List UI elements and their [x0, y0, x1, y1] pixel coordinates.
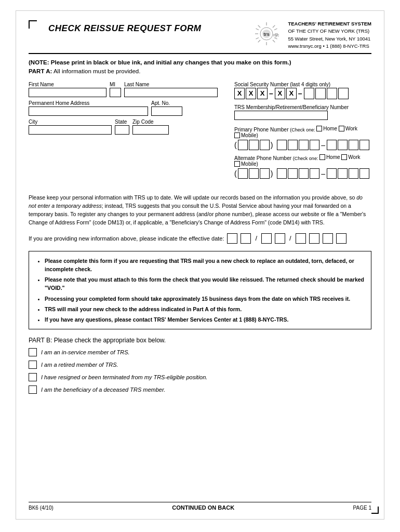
first-name-group: First Name: [29, 82, 106, 97]
date-m2[interactable]: [241, 233, 251, 244]
mobile-checkbox[interactable]: [234, 132, 240, 138]
alt-phone-display: ( ) –: [234, 168, 371, 179]
svg-text:trs: trs: [264, 32, 270, 37]
checkbox-3[interactable]: [29, 373, 37, 381]
ph2-n1[interactable]: [277, 168, 287, 179]
svg-line-13: [256, 38, 259, 39]
ph1-e4[interactable]: [359, 140, 369, 150]
ssn-x3: X: [257, 88, 268, 99]
ph1-a2[interactable]: [249, 140, 259, 150]
ph2-a1[interactable]: [238, 168, 248, 179]
first-name-label: First Name: [29, 82, 106, 87]
apt-input[interactable]: [151, 107, 182, 116]
svg-line-8: [273, 25, 275, 28]
ph1-a1[interactable]: [238, 140, 248, 150]
ph2-e3[interactable]: [349, 168, 358, 179]
state-group: State: [115, 119, 129, 135]
date-y4[interactable]: [336, 233, 346, 244]
header-divider: [29, 53, 371, 54]
org-address: 55 Water Street, New York, NY 10041: [288, 35, 371, 43]
org-name: TEACHERS' RETIREMENT SYSTEM: [288, 20, 371, 28]
ph1-a3[interactable]: [260, 140, 270, 150]
ph2-n3[interactable]: [299, 168, 309, 179]
zip-input[interactable]: [132, 125, 169, 135]
membership-label: TRS Membership/Retirement/Beneficiary Nu…: [234, 104, 349, 110]
address-group: Permanent Home Address: [29, 100, 148, 116]
state-label: State: [115, 119, 129, 125]
ph1-n1[interactable]: [277, 140, 287, 150]
header-left: CHECK REISSUE REQUEST FORM: [29, 20, 201, 34]
alt-home-checkbox[interactable]: [319, 154, 325, 160]
ph2-n4[interactable]: [310, 168, 319, 179]
membership-group: TRS Membership/Retirement/Beneficiary Nu…: [234, 103, 371, 122]
ph2-e1[interactable]: [327, 168, 337, 179]
ssn-d3[interactable]: [327, 88, 337, 99]
corner-bracket-icon: [29, 20, 38, 30]
primary-phone-label: Primary Phone Number (Check one: Home Wo…: [234, 126, 371, 139]
primary-phone-display: ( ) –: [234, 140, 371, 150]
home-checkbox[interactable]: [316, 126, 322, 131]
mi-label: MI: [110, 82, 121, 87]
mi-input[interactable]: [110, 88, 121, 97]
membership-input[interactable]: [234, 111, 328, 120]
header: CHECK REISSUE REQUEST FORM: [29, 20, 371, 50]
ph1-e1[interactable]: [327, 140, 337, 150]
date-d2[interactable]: [275, 233, 285, 244]
alt-work-checkbox[interactable]: [341, 154, 347, 160]
ph2-a3[interactable]: [260, 168, 270, 179]
last-name-label: Last Name: [124, 82, 218, 87]
mi-group: MI: [110, 82, 121, 97]
checkbox-2[interactable]: [29, 361, 37, 369]
ph2-e2[interactable]: [338, 168, 348, 179]
part-a-text: All information must be provided.: [54, 68, 140, 74]
date-y1[interactable]: [296, 233, 306, 244]
trs-logo: trs nyc: [250, 20, 283, 47]
ph1-n4[interactable]: [310, 140, 319, 150]
checkbox-1[interactable]: [29, 348, 37, 356]
mobile-label: Mobile): [241, 132, 258, 138]
city-input[interactable]: [29, 125, 112, 135]
bullet-item-5: If you have any questions, please contac…: [45, 315, 365, 324]
last-name-input[interactable]: [124, 88, 218, 97]
ssn-x2: X: [246, 88, 256, 99]
ph1-e2[interactable]: [338, 140, 348, 150]
date-y3[interactable]: [323, 233, 333, 244]
zip-group: Zip Code: [132, 119, 169, 135]
last-name-group: Last Name: [124, 82, 218, 97]
date-d1[interactable]: [261, 233, 272, 244]
city-row: City State Zip Code: [29, 119, 226, 135]
bullet-list: Please complete this form if you are req…: [35, 257, 365, 324]
ssn-d4[interactable]: [338, 88, 349, 99]
checkbox-4[interactable]: [29, 385, 37, 394]
address-input[interactable]: [29, 107, 148, 116]
ph2-n2[interactable]: [288, 168, 298, 179]
alt-phone-group: Alternate Phone Number (Check one: Home …: [234, 154, 371, 179]
alt-work-check: Work: [341, 154, 360, 160]
alt-mobile-check: Mobile): [234, 161, 258, 167]
work-check-option: Work: [339, 126, 357, 131]
state-input[interactable]: [115, 125, 129, 135]
work-checkbox[interactable]: [339, 126, 344, 131]
checkbox-label-4: I am the beneficiary of a deceased TRS m…: [41, 387, 165, 393]
ph1-n2[interactable]: [288, 140, 298, 150]
date-m1[interactable]: [227, 233, 237, 244]
zip-label: Zip Code: [132, 119, 169, 125]
first-name-input[interactable]: [29, 88, 106, 97]
address-field-row: Permanent Home Address Apt. No.: [29, 100, 226, 116]
ssn-d1[interactable]: [304, 88, 314, 99]
ph2-e4[interactable]: [359, 168, 369, 179]
ph1-e3[interactable]: [349, 140, 358, 150]
org-line2: OF THE CITY OF NEW YORK (TRS): [288, 28, 371, 35]
alt-mobile-checkbox[interactable]: [234, 161, 240, 167]
bullet-item-1: Please complete this form if you are req…: [45, 257, 365, 274]
date-y2[interactable]: [309, 233, 319, 244]
effective-date-label: If you are providing new information abo…: [29, 235, 224, 242]
ssn-d2[interactable]: [315, 88, 326, 99]
checkbox-label-3: I have resigned or been terminated from …: [41, 374, 207, 380]
bullet-box: Please complete this form if you are req…: [29, 251, 371, 330]
ph1-n3[interactable]: [299, 140, 309, 150]
ph2-a2[interactable]: [249, 168, 259, 179]
fields-right: Social Security Number (last 4 digits on…: [234, 82, 371, 183]
ssn-group: Social Security Number (last 4 digits on…: [234, 82, 371, 99]
apt-label: Apt. No.: [151, 100, 182, 106]
